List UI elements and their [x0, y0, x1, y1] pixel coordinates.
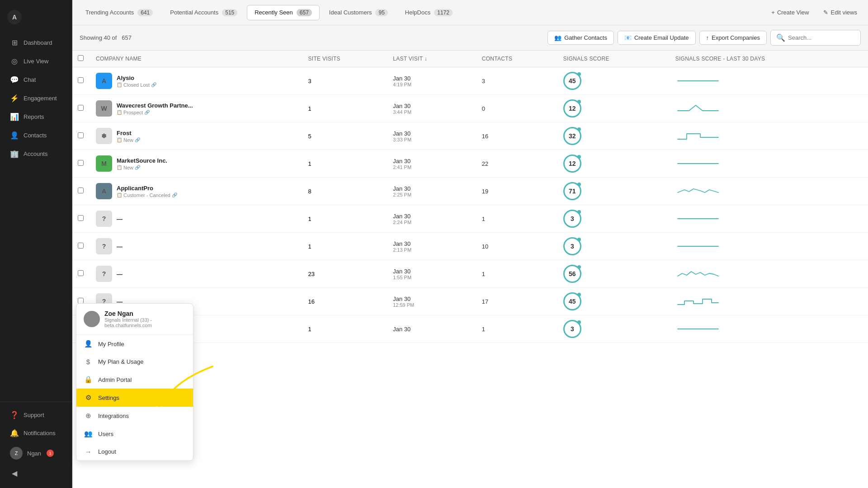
- visit-date: Jan 30: [393, 103, 471, 109]
- contacts-cell: 17: [476, 288, 558, 315]
- sidebar-item-notifications[interactable]: 🔔 Notifications: [3, 424, 69, 442]
- search-icon: 🔍: [776, 33, 785, 42]
- dropdown-label-settings: Settings: [98, 394, 119, 401]
- company-info: ApplicantPro 📋Customer - Canceled 🔗: [117, 185, 177, 198]
- site-visits-cell: 1: [303, 233, 388, 260]
- visit-date: Jan 30: [393, 268, 471, 275]
- edit-views-button[interactable]: ✎ Edit views: [818, 6, 863, 19]
- search-input[interactable]: [788, 34, 855, 41]
- dropdown-item-my-profile[interactable]: 👤 My Profile: [76, 335, 193, 353]
- row-checkbox[interactable]: [78, 160, 84, 166]
- dropdown-item-users[interactable]: 👥 Users: [76, 425, 193, 443]
- sidebar-item-reports[interactable]: 📊 Reports: [3, 108, 69, 126]
- row-checkbox-cell: [72, 122, 90, 150]
- avatar-letter: Z: [15, 450, 18, 456]
- score-dot: [577, 210, 581, 214]
- contacts-value: 19: [482, 188, 488, 195]
- select-all-checkbox[interactable]: [78, 55, 84, 61]
- row-checkbox-cell: [72, 95, 90, 122]
- last-visit-cell: Jan 30 4:19 PM: [387, 67, 476, 95]
- sidebar-collapse-btn[interactable]: ◀: [3, 465, 69, 482]
- tab-ideal-customers[interactable]: Ideal Customers 95: [321, 5, 396, 20]
- tab-recently-seen[interactable]: Recently Seen 657: [247, 5, 320, 20]
- row-checkbox[interactable]: [78, 215, 84, 221]
- site-visits-cell: 1: [303, 95, 388, 122]
- plus-icon: +: [771, 9, 775, 16]
- score-circle: 32: [563, 127, 581, 145]
- tab-potential-accounts[interactable]: Potential Accounts 515: [162, 5, 245, 20]
- contacts-value: 16: [482, 133, 488, 140]
- dropdown-item-integrations[interactable]: ⊕ Integrations: [76, 407, 193, 425]
- sidebar-item-live-view[interactable]: ◎ Live View: [3, 52, 69, 70]
- col-signals-score-30: Signals Score - Last 30 Days: [670, 51, 868, 67]
- sidebar-label-reports: Reports: [24, 113, 44, 120]
- sidebar-label-dashboard: Dashboard: [24, 39, 52, 46]
- col-last-visit[interactable]: Last Visit ↓: [387, 51, 476, 67]
- row-checkbox[interactable]: [78, 77, 84, 83]
- score-value: 71: [569, 188, 576, 195]
- sidebar-item-accounts[interactable]: 🏢 Accounts: [3, 145, 69, 163]
- sidebar-logo: A: [0, 5, 72, 33]
- company-cell: A ApplicantPro 📋Customer - Canceled 🔗: [90, 178, 303, 205]
- sidebar-item-chat[interactable]: 💬 Chat: [3, 71, 69, 89]
- row-checkbox[interactable]: [78, 105, 84, 111]
- score-circle: 12: [563, 99, 581, 117]
- contacts-value: 10: [482, 243, 488, 250]
- row-checkbox[interactable]: [78, 270, 84, 276]
- col-signals-score[interactable]: Signals Score: [558, 51, 670, 67]
- table-header-row: Company Name Site Visits Last Visit ↓ Co…: [72, 51, 868, 67]
- gather-contacts-button[interactable]: 👥 Gather Contacts: [547, 31, 614, 45]
- last-visit-cell: Jan 30 2:24 PM: [387, 205, 476, 233]
- company-info: —: [117, 243, 123, 250]
- visit-time: 12:59 PM: [393, 302, 471, 308]
- row-checkbox[interactable]: [78, 243, 84, 249]
- sidebar-item-engagement[interactable]: ⚡ Engagement: [3, 89, 69, 107]
- col-company-name[interactable]: Company Name: [90, 51, 303, 67]
- sidebar-item-contacts[interactable]: 👤 Contacts: [3, 127, 69, 144]
- sidebar-item-user[interactable]: Z Ngan 1: [3, 442, 69, 464]
- visit-date: Jan 30: [393, 213, 471, 220]
- score-cell: 32: [558, 122, 670, 150]
- reports-icon: 📊: [10, 113, 19, 121]
- app-logo: A: [7, 10, 22, 24]
- export-label: Export Companies: [712, 34, 760, 41]
- tab-helpdocs[interactable]: HelpDocs 1172: [397, 5, 460, 20]
- table-row: M MarketSource Inc. 📋New 🔗 1 Jan 30 2:41…: [72, 150, 868, 178]
- row-checkbox[interactable]: [78, 188, 84, 193]
- users-icon: 👥: [84, 430, 93, 438]
- visit-time: 1:55 PM: [393, 275, 471, 280]
- sidebar-label-contacts: Contacts: [24, 132, 47, 139]
- sidebar-item-dashboard[interactable]: ⊞ Dashboard: [3, 34, 69, 52]
- create-email-button[interactable]: 📧 Create Email Update: [618, 31, 696, 45]
- score-circle: 3: [563, 210, 581, 228]
- create-email-label: Create Email Update: [634, 34, 689, 41]
- site-visits-value: 1: [308, 160, 311, 167]
- company-tag-label: New: [123, 165, 133, 170]
- score-dot: [577, 238, 581, 241]
- col-site-visits[interactable]: Site Visits: [303, 51, 388, 67]
- sidebar-item-support[interactable]: ❓ Support: [3, 406, 69, 424]
- tab-helpdocs-count: 1172: [434, 9, 453, 16]
- dropdown-label-plan: My Plan & Usage: [98, 358, 143, 365]
- contacts-cell: 0: [476, 95, 558, 122]
- create-view-button[interactable]: + Create View: [766, 6, 814, 19]
- col-contacts[interactable]: Contacts: [476, 51, 558, 67]
- col-checkbox: [72, 51, 90, 67]
- contacts-cell: 1: [476, 315, 558, 343]
- search-box[interactable]: 🔍: [770, 30, 861, 46]
- company-info: MarketSource Inc. 📋New 🔗: [117, 157, 167, 170]
- tab-trending-accounts[interactable]: Trending Accounts 641: [78, 5, 160, 20]
- visit-time: 2:24 PM: [393, 220, 471, 225]
- dropdown-item-settings[interactable]: ⚙ Settings: [76, 389, 193, 407]
- company-info: Alysio 📋Closed Lost 🔗: [117, 75, 156, 88]
- dropdown-item-admin-portal[interactable]: 🔒 Admin Portal: [76, 371, 193, 389]
- export-button[interactable]: ↑ Export Companies: [699, 31, 767, 45]
- dropdown-item-my-plan[interactable]: $ My Plan & Usage: [76, 353, 193, 371]
- score-circle: 71: [563, 182, 581, 200]
- row-checkbox[interactable]: [78, 132, 84, 138]
- score-value: 32: [569, 132, 576, 140]
- sparkline: [675, 157, 721, 170]
- company-info: —: [117, 216, 123, 222]
- contacts-value: 22: [482, 160, 488, 167]
- dropdown-item-logout[interactable]: → Logout: [76, 443, 193, 460]
